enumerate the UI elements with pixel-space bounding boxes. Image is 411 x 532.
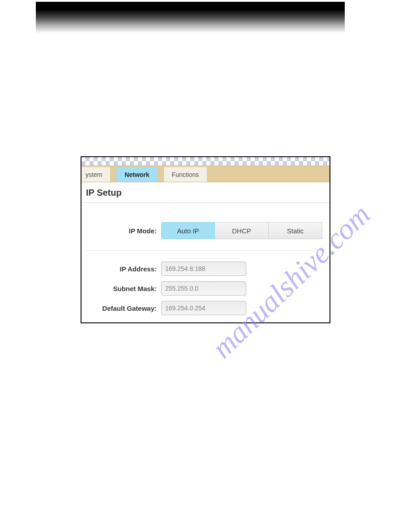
page-header-banner: [36, 2, 345, 33]
subnet-mask-row: Subnet Mask:: [81, 279, 330, 298]
ip-mode-row: IP Mode: Auto IP DHCP Static: [81, 221, 330, 240]
ip-mode-dhcp-button[interactable]: DHCP: [215, 222, 269, 239]
default-gateway-label: Default Gateway:: [81, 305, 161, 312]
section-title: IP Setup: [81, 182, 330, 203]
content-panel: IP Setup IP Mode: Auto IP DHCP Static IP…: [81, 182, 330, 322]
transparency-checker: [81, 157, 330, 165]
default-gateway-input[interactable]: [161, 301, 246, 315]
subnet-mask-input[interactable]: [161, 281, 246, 296]
tab-system[interactable]: ystem: [81, 167, 111, 182]
network-config-screenshot: ystem Network Functions IP Setup IP Mode…: [81, 156, 330, 323]
tab-network[interactable]: Network: [116, 167, 158, 182]
tab-functions[interactable]: Functions: [163, 167, 208, 182]
subnet-mask-label: Subnet Mask:: [81, 285, 161, 292]
ip-mode-static-button[interactable]: Static: [269, 222, 322, 239]
default-gateway-row: Default Gateway:: [81, 298, 330, 318]
ip-address-input[interactable]: [161, 262, 246, 276]
ip-mode-button-group: Auto IP DHCP Static: [161, 222, 322, 239]
ip-mode-label: IP Mode:: [81, 227, 161, 235]
tab-bar: ystem Network Functions: [81, 165, 330, 182]
divider: [86, 250, 325, 251]
ip-mode-auto-button[interactable]: Auto IP: [161, 222, 215, 239]
ip-setup-form: IP Mode: Auto IP DHCP Static IP Address:…: [81, 203, 330, 318]
ip-address-label: IP Address:: [81, 265, 161, 273]
ip-address-row: IP Address:: [81, 259, 330, 279]
